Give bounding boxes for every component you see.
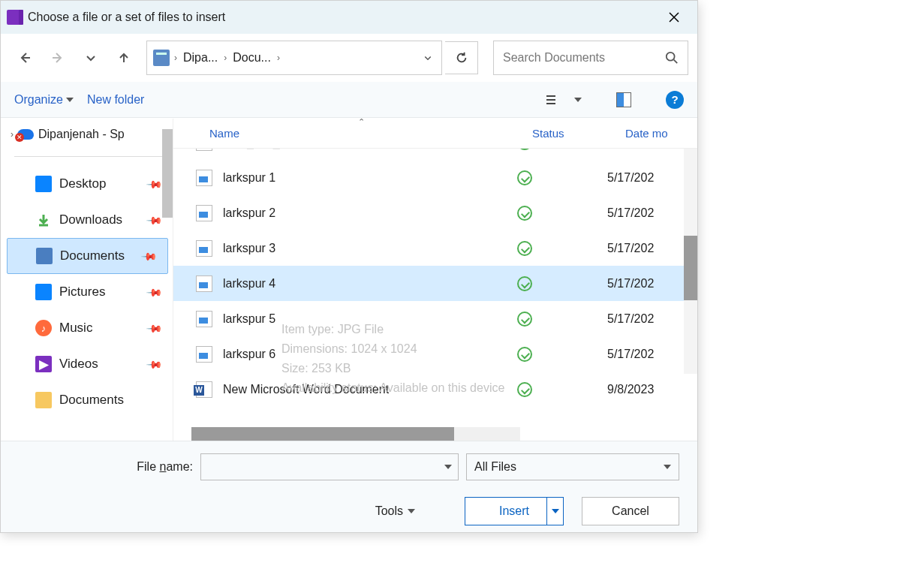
quick-documents[interactable]: Documents 📌: [7, 238, 168, 274]
pin-icon: 📌: [146, 283, 163, 300]
column-headers: Name ⌃ Status Date mo: [173, 119, 697, 149]
scrollbar-thumb[interactable]: [162, 129, 173, 218]
file-date: 5/17/202: [607, 242, 654, 255]
file-row[interactable]: EXE_WP_Why Organizing Your Data Is Criti…: [173, 149, 697, 160]
pin-icon: 📌: [140, 247, 158, 264]
chevron-down-icon: [408, 509, 415, 513]
file-name: larkspur 6: [223, 348, 517, 361]
file-date: 5/5/2024: [607, 149, 654, 149]
quick-label: Music: [59, 321, 92, 336]
tools-menu[interactable]: Tools: [375, 504, 415, 518]
file-row[interactable]: larkspur 45/17/202: [173, 266, 697, 301]
navpane-scrollbar[interactable]: [162, 129, 173, 233]
file-row[interactable]: New Microsoft Word Document9/8/2023: [173, 372, 697, 407]
insert-split-dropdown[interactable]: [546, 498, 563, 525]
file-row[interactable]: larkspur 15/17/202: [173, 160, 697, 195]
filename-combo[interactable]: [200, 453, 459, 480]
close-button[interactable]: [657, 2, 691, 32]
navigation-pane: › ✕ Dipanjenah - Sp Desktop 📌 Downloads …: [1, 119, 173, 441]
search-input[interactable]: [503, 51, 665, 65]
file-row[interactable]: larkspur 65/17/202: [173, 336, 697, 372]
file-date: 5/17/202: [607, 171, 654, 185]
bg-vline: [437, 533, 438, 566]
view-mode-button[interactable]: [541, 90, 561, 110]
back-button[interactable]: [10, 43, 40, 73]
file-date: 5/17/202: [607, 206, 654, 220]
file-name: EXE_WP_Why Organizing Your Data Is Criti…: [223, 149, 517, 149]
column-date[interactable]: Date mo: [612, 127, 697, 140]
scrollbar-thumb[interactable]: [684, 236, 697, 300]
search-icon[interactable]: [665, 51, 679, 65]
quick-downloads[interactable]: Downloads 📌: [7, 202, 173, 238]
address-bar[interactable]: › Dipa... › Docu... ›: [146, 41, 442, 75]
chevron-down-icon: [66, 98, 74, 102]
dialog-body: › ✕ Dipanjenah - Sp Desktop 📌 Downloads …: [1, 118, 697, 441]
status-available-icon: [517, 149, 532, 150]
view-mode-dropdown[interactable]: [574, 98, 582, 102]
file-name: larkspur 5: [223, 312, 517, 326]
status-available-icon: [517, 312, 532, 327]
status-available-icon: [517, 382, 532, 397]
search-box[interactable]: [493, 41, 688, 75]
arrow-up-icon: [118, 52, 130, 64]
preview-pane-button[interactable]: [616, 92, 631, 107]
insert-button[interactable]: Insert: [465, 497, 564, 525]
address-dropdown[interactable]: [414, 53, 441, 62]
quick-videos[interactable]: ▶ Videos 📌: [7, 346, 173, 382]
status-available-icon: [517, 206, 532, 221]
quick-label: Pictures: [59, 285, 105, 300]
chevron-right-icon[interactable]: ›: [173, 53, 179, 63]
pin-icon: 📌: [146, 211, 163, 228]
scrollbar-thumb[interactable]: [191, 427, 454, 441]
sort-indicator-icon: ⌃: [358, 118, 365, 127]
chevron-down-icon[interactable]: [444, 465, 452, 469]
filename-input[interactable]: [207, 460, 444, 474]
folder-icon: [153, 50, 170, 66]
quick-desktop[interactable]: Desktop 📌: [7, 166, 173, 202]
file-row[interactable]: larkspur 35/17/202: [173, 230, 697, 266]
file-row[interactable]: larkspur 55/17/202: [173, 301, 697, 336]
quick-pictures[interactable]: Pictures 📌: [7, 274, 173, 310]
file-row[interactable]: larkspur 25/17/202: [173, 195, 697, 230]
pin-icon: 📌: [146, 355, 163, 372]
svg-point-0: [667, 53, 675, 61]
bottom-bar: File name: All Files Tools Insert Cancel: [1, 441, 697, 532]
chevron-right-icon[interactable]: ›: [222, 53, 228, 63]
file-name: New Microsoft Word Document: [223, 383, 517, 396]
nav-row: › Dipa... › Docu... ›: [1, 34, 697, 82]
vertical-scrollbar[interactable]: [684, 149, 697, 374]
titlebar: Choose a file or a set of files to inser…: [1, 1, 697, 34]
status-available-icon: [517, 276, 532, 291]
up-button[interactable]: [109, 43, 139, 73]
column-name[interactable]: Name: [173, 127, 519, 140]
onedrive-tree-item[interactable]: › ✕ Dipanjenah - Sp: [7, 123, 173, 146]
file-name: larkspur 2: [223, 206, 517, 220]
column-status[interactable]: Status: [519, 127, 612, 140]
cancel-button[interactable]: Cancel: [582, 497, 679, 525]
file-type-icon: [196, 346, 212, 363]
file-type-icon: [196, 381, 212, 398]
breadcrumb-segment-2[interactable]: Docu...: [231, 51, 272, 65]
file-name: larkspur 1: [223, 171, 517, 185]
help-button[interactable]: ?: [666, 91, 684, 109]
horizontal-scrollbar[interactable]: [173, 427, 697, 441]
chevron-down-icon: [552, 509, 559, 513]
folder-icon: [35, 392, 52, 408]
breadcrumb-segment-1[interactable]: Dipa...: [182, 51, 219, 65]
chevron-right-icon[interactable]: ›: [275, 53, 281, 63]
file-type-icon: [196, 240, 212, 257]
organize-menu[interactable]: Organize: [14, 93, 74, 107]
quick-music[interactable]: ♪ Music 📌: [7, 310, 173, 346]
refresh-button[interactable]: [445, 41, 478, 74]
recent-locations-button[interactable]: [76, 43, 106, 73]
forward-button[interactable]: [43, 43, 73, 73]
quick-label: Videos: [59, 357, 98, 372]
desktop-icon: [35, 176, 52, 192]
quick-documents-folder[interactable]: Documents: [7, 382, 173, 418]
quick-label: Documents: [60, 248, 125, 263]
new-folder-button[interactable]: New folder: [87, 93, 144, 107]
filetype-combo[interactable]: All Files: [466, 453, 679, 480]
file-name: larkspur 3: [223, 242, 517, 255]
toolbar: Organize New folder ?: [1, 82, 697, 118]
chevron-down-icon: [85, 52, 97, 64]
